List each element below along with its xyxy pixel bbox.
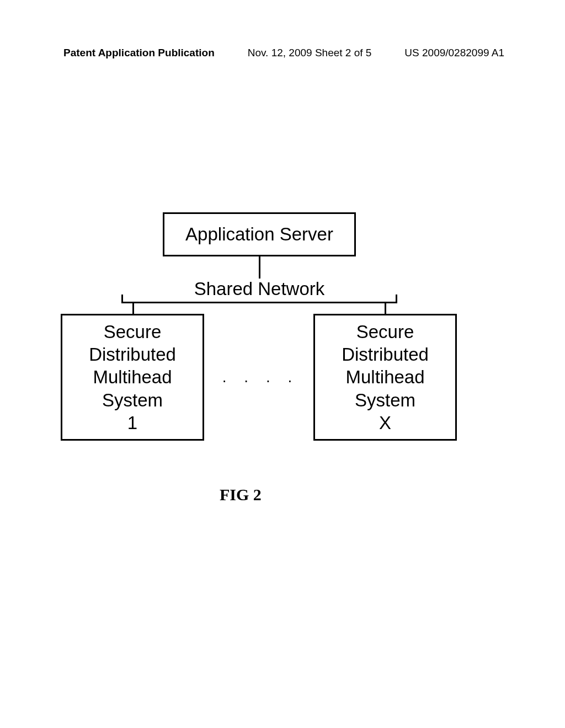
shared-network-label: Shared Network bbox=[121, 279, 397, 302]
box-right-line2: Distributed bbox=[342, 343, 429, 366]
box-right-line5: X bbox=[379, 411, 391, 434]
connector-vertical-left bbox=[132, 302, 134, 314]
tick-left bbox=[121, 295, 123, 303]
box-left-line4: System bbox=[102, 389, 163, 411]
multihead-system-box-x: Secure Distributed Multihead System X bbox=[313, 314, 457, 441]
header-left: Patent Application Publication bbox=[63, 47, 215, 59]
multihead-system-box-1: Secure Distributed Multihead System 1 bbox=[61, 314, 204, 441]
tick-right bbox=[396, 295, 397, 303]
header-center: Nov. 12, 2009 Sheet 2 of 5 bbox=[248, 47, 372, 59]
box-right-line3: Multihead bbox=[345, 366, 424, 388]
figure-label: FIG 2 bbox=[220, 485, 262, 504]
page-header: Patent Application Publication Nov. 12, … bbox=[0, 0, 565, 59]
application-server-label: Application Server bbox=[185, 224, 333, 245]
box-right-line4: System bbox=[355, 389, 415, 411]
header-right: US 2009/0282099 A1 bbox=[404, 47, 504, 59]
box-left-line5: 1 bbox=[127, 411, 137, 434]
box-right-line1: Secure bbox=[356, 320, 414, 343]
connector-vertical-right bbox=[385, 302, 386, 314]
box-left-line1: Secure bbox=[104, 320, 162, 343]
ellipsis-dots: . . . . bbox=[214, 368, 307, 386]
shared-network-line bbox=[121, 302, 397, 303]
box-left-line3: Multihead bbox=[93, 366, 172, 388]
box-left-line2: Distributed bbox=[89, 343, 176, 366]
application-server-box: Application Server bbox=[163, 212, 356, 256]
connector-vertical-top bbox=[259, 256, 260, 279]
